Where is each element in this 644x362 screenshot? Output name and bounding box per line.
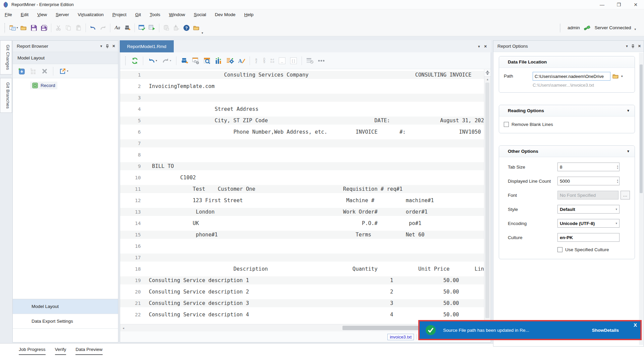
toolbar-drag-handle[interactable] xyxy=(4,23,5,33)
editor-line[interactable]: 17 xyxy=(120,252,484,263)
help-button[interactable]: ? xyxy=(181,23,192,33)
splitter-handle-icon[interactable] xyxy=(484,69,491,77)
maximize-button[interactable]: ❐ xyxy=(610,0,627,9)
auto-create-fields-button[interactable] xyxy=(191,55,201,66)
notification-toast[interactable]: Source File path has been updated in Re.… xyxy=(418,320,642,340)
culture-input[interactable]: en-PK xyxy=(557,233,620,242)
editor-line[interactable]: 9BILL TO xyxy=(120,161,484,172)
editor-line[interactable]: 7 xyxy=(120,138,484,149)
open-file-button[interactable] xyxy=(19,23,29,33)
paste-button[interactable] xyxy=(73,23,84,33)
bottom-tab-verify[interactable]: Verify xyxy=(55,347,66,355)
brackets-toggle-button[interactable]: [ ] xyxy=(288,55,299,66)
validate-list-button[interactable] xyxy=(305,55,315,66)
font-options-button[interactable]: Aa xyxy=(112,23,122,33)
spinner-icons[interactable]: ▴▾ xyxy=(617,178,618,184)
menu-virtualization[interactable]: Virtualization xyxy=(78,12,104,17)
remove-blank-lines-checkbox[interactable] xyxy=(504,122,509,127)
show-details-button[interactable]: ShowDetails xyxy=(592,328,619,333)
scroll-up-icon[interactable]: ▴ xyxy=(487,77,488,82)
path-options-caret-icon[interactable]: ▾ xyxy=(621,75,623,78)
verify-window-button[interactable] xyxy=(137,23,147,33)
bottom-tab-data-preview[interactable]: Data Preview xyxy=(75,347,102,355)
panel-menu-icon[interactable]: ▾ xyxy=(626,44,628,48)
toolbar-drag-handle[interactable] xyxy=(125,56,126,65)
statistics-button[interactable] xyxy=(213,55,224,66)
minimize-button[interactable]: — xyxy=(594,0,610,9)
editor-line[interactable]: 1Consulting Services CompanyCONSULTING I… xyxy=(120,69,484,81)
save-button[interactable] xyxy=(29,23,39,33)
dropdown-caret-icon[interactable]: ▾ xyxy=(615,222,617,225)
toolbar-drag-handle[interactable] xyxy=(559,24,561,32)
displayed-line-count-input[interactable]: 5000 ▴▾ xyxy=(557,177,620,185)
source-file-chip[interactable]: invoice3.txt xyxy=(387,334,414,340)
nav-item-model-layout[interactable]: Model Layout xyxy=(13,299,118,314)
new-report-button[interactable]: ▾ xyxy=(9,23,19,33)
toast-close-icon[interactable]: X xyxy=(634,322,637,328)
editor-line[interactable]: 5City, ST ZIP CodeDATE:August 31, 2021 xyxy=(120,115,484,126)
editor-line[interactable]: 6Phone Number,Web Address, etc.INVOICE#:… xyxy=(120,126,484,138)
bottom-tab-job-progress[interactable]: Job Progress xyxy=(19,347,46,355)
menu-edit[interactable]: Edit xyxy=(21,12,29,17)
close-document-icon[interactable]: ✕ xyxy=(484,44,487,49)
pin-icon[interactable] xyxy=(106,44,109,48)
close-panel-icon[interactable]: ✕ xyxy=(112,44,115,48)
delete-node-button[interactable] xyxy=(40,66,50,76)
editor-line[interactable]: 16 xyxy=(120,240,484,252)
collapse-icon[interactable]: ▼ xyxy=(627,109,630,112)
find-button[interactable] xyxy=(122,23,132,33)
editor-line[interactable]: 12123 First StreetMachine #machine#1 xyxy=(120,195,484,206)
menu-view[interactable]: View xyxy=(37,12,47,17)
editor-line[interactable]: 4Street Address xyxy=(120,103,484,115)
redo-button[interactable]: ▾ xyxy=(160,55,173,66)
redo-caret-icon[interactable]: ▾ xyxy=(170,59,171,62)
collapse-icon[interactable]: ▼ xyxy=(627,149,630,153)
pin-icon[interactable] xyxy=(631,44,635,48)
spinner-icons[interactable]: ▴▾ xyxy=(617,164,618,170)
sort-numeric-button[interactable]: 09 xyxy=(261,55,268,66)
menu-help[interactable]: Help xyxy=(244,12,254,17)
undo-button[interactable] xyxy=(88,23,98,33)
menu-project[interactable]: Project xyxy=(112,12,126,17)
editor-line[interactable]: 11TestCustomer OneRequisition # req#1 xyxy=(120,183,484,195)
menu-git[interactable]: Git xyxy=(135,12,141,17)
preview-data-button[interactable] xyxy=(202,55,213,66)
run-preview-button[interactable] xyxy=(147,23,157,33)
sort-alpha-button[interactable]: az xyxy=(253,55,260,66)
editor-text-content[interactable]: 1Consulting Services CompanyCONSULTING I… xyxy=(120,69,484,324)
cut-button[interactable] xyxy=(53,23,63,33)
style-select[interactable]: Default ▾ xyxy=(557,205,620,214)
scrollbar-thumb[interactable] xyxy=(342,326,420,330)
font-browse-button[interactable]: ... xyxy=(621,191,630,199)
menu-file[interactable]: File xyxy=(5,12,12,17)
toolbar-options-icon[interactable]: ▾ xyxy=(634,28,636,32)
panel-menu-icon[interactable]: ▾ xyxy=(100,44,102,48)
menu-social[interactable]: Social xyxy=(194,12,206,17)
undo-caret-icon[interactable]: ▾ xyxy=(156,59,157,62)
save-all-button[interactable] xyxy=(39,23,49,33)
editor-line[interactable]: 21Consulting Service description 3350.00 xyxy=(120,298,484,309)
scrollbar-thumb[interactable] xyxy=(640,64,643,193)
menu-server[interactable]: Server xyxy=(56,12,69,17)
menu-tools[interactable]: Tools xyxy=(150,12,160,17)
side-tab-git-branches[interactable]: Git Branches xyxy=(0,78,12,113)
find-button[interactable] xyxy=(179,55,190,66)
database-save-button[interactable] xyxy=(161,23,171,33)
editor-line[interactable]: 15phone#1TermsNet 60 xyxy=(120,229,484,240)
tree-item-record[interactable]: Record xyxy=(30,82,57,89)
editor-line[interactable]: 14UKP.O.#po#1 xyxy=(120,218,484,229)
refresh-button[interactable] xyxy=(129,55,140,66)
editor-line[interactable]: 10C1002 xyxy=(120,172,484,183)
menu-window[interactable]: Window xyxy=(169,12,185,17)
tab-size-input[interactable]: 8 ▴▾ xyxy=(557,163,620,171)
undo-button[interactable]: ▾ xyxy=(146,55,159,66)
sort-alphanumeric-button[interactable]: a-z0-9 xyxy=(269,55,276,66)
menu-dev-mode[interactable]: Dev Mode xyxy=(215,12,236,17)
new-report-caret-icon[interactable]: ▾ xyxy=(16,26,18,29)
editor-line[interactable]: 2InvoicingTemplate.com xyxy=(120,81,484,92)
export-layout-button[interactable]: ▾ xyxy=(57,66,71,76)
path-input[interactable]: C:\Users\sameer.nadeem\OneDrive xyxy=(533,72,610,81)
dropdown-caret-icon[interactable]: ▾ xyxy=(615,208,617,211)
close-panel-icon[interactable]: ✕ xyxy=(638,44,641,48)
editor-line[interactable]: 18DescriptionQuantityUnit PriceLine Tota… xyxy=(120,263,484,275)
